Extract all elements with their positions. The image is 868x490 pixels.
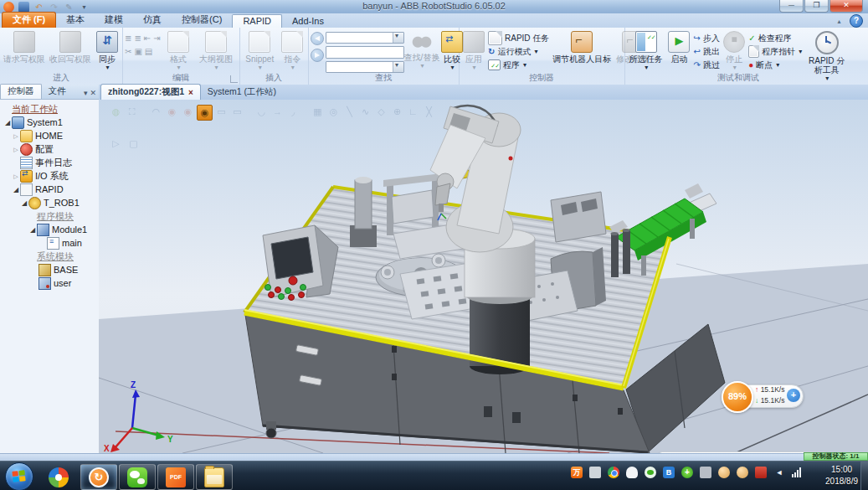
antivirus-shield-icon[interactable]: +: [681, 467, 693, 478]
viewport-tool-icon[interactable]: [109, 105, 123, 119]
show-desktop-button[interactable]: [860, 462, 868, 490]
tray-dot-icon[interactable]: [737, 467, 748, 478]
messenger-tray-icon[interactable]: [645, 467, 656, 478]
net-speed-widget[interactable]: 89% ↑ 15.1K/s ↓ 15.1K/s +: [722, 381, 802, 410]
tree-current-station[interactable]: 当前工作站: [3, 102, 99, 116]
viewport-tool-icon[interactable]: [214, 105, 229, 119]
taskbar-robotstudio[interactable]: [80, 464, 117, 490]
sogou-tray-icon[interactable]: 万: [571, 467, 583, 478]
viewport-stop-icon[interactable]: [126, 137, 141, 151]
taskbar-file-explorer[interactable]: [196, 464, 233, 490]
program-pointer-button[interactable]: 程序指针: [748, 45, 802, 58]
viewport-tool-icon[interactable]: [149, 105, 163, 119]
viewport-tool-icon[interactable]: [358, 105, 372, 119]
scene-3d[interactable]: Z Y X: [99, 100, 868, 453]
step-over-button[interactable]: 跳过: [694, 59, 720, 71]
viewport-tool-icon[interactable]: [374, 105, 388, 119]
dialog-launcher-icon[interactable]: [230, 75, 238, 83]
viewport-tool-active-icon[interactable]: [197, 105, 213, 121]
security-tray-icon[interactable]: [755, 467, 767, 478]
rapid-tasks-button[interactable]: RAPID 任务: [488, 32, 549, 44]
panel-close-icon[interactable]: [90, 89, 96, 97]
rapid-profiler-button[interactable]: RAPID 分析工具: [804, 29, 850, 73]
format-button[interactable]: 格式: [163, 29, 193, 73]
tab-modeling[interactable]: 建模: [95, 13, 133, 28]
program-button[interactable]: 程序: [488, 59, 549, 71]
apply-button[interactable]: 应用: [461, 29, 486, 73]
expander-icon[interactable]: [3, 119, 12, 126]
viewport-tool-icon[interactable]: [270, 105, 285, 119]
viewport-tool-icon[interactable]: [181, 105, 195, 119]
maximize-button[interactable]: [804, 0, 829, 13]
viewport-tool-icon[interactable]: [286, 105, 300, 119]
expander-icon[interactable]: [12, 186, 20, 193]
widget-plus-icon[interactable]: +: [787, 389, 800, 402]
outline-view-button[interactable]: 大纲视图: [195, 29, 237, 73]
panel-tab-controller[interactable]: 控制器: [0, 84, 42, 99]
step-in-button[interactable]: 步入: [694, 32, 720, 44]
tree-item-t-rob1[interactable]: T_ROB1: [3, 196, 99, 209]
lock-tray-icon[interactable]: [700, 467, 711, 478]
tree-item-program-modules[interactable]: 程序模块: [3, 209, 99, 223]
tree-item-io-system[interactable]: I/O 系统: [3, 169, 99, 183]
tree-item-module1[interactable]: Module1: [3, 223, 99, 236]
expander-icon[interactable]: [20, 199, 28, 207]
volume-icon[interactable]: [773, 467, 785, 478]
revoke-write-access-button[interactable]: 收回写权限: [48, 29, 93, 73]
panel-menu-icon[interactable]: [84, 89, 88, 97]
tree-item-system1[interactable]: System1: [3, 116, 99, 129]
tree-item-system-modules[interactable]: 系统模块: [3, 250, 99, 263]
viewport-tool-icon[interactable]: [326, 105, 341, 119]
viewport-tool-icon[interactable]: [254, 105, 269, 119]
expander-icon[interactable]: [28, 226, 37, 234]
check-program-button[interactable]: 检查程序: [748, 32, 802, 44]
doc-tab-view1[interactable]: zhitong0227:视图1 ×: [100, 84, 201, 100]
panel-tab-files[interactable]: 文件: [42, 85, 73, 99]
controller-status-badge[interactable]: 控制器状态: 1/1: [804, 452, 868, 461]
taskbar-sogou-browser[interactable]: [40, 464, 77, 490]
viewport-tool-icon[interactable]: [342, 105, 357, 119]
bluetooth-icon[interactable]: B: [663, 467, 675, 478]
doc-tab-station[interactable]: System1 (工作站): [201, 85, 283, 100]
tree-item-main[interactable]: main: [3, 236, 99, 250]
close-tab-icon[interactable]: ×: [188, 88, 193, 97]
find-what-combobox[interactable]: [326, 32, 404, 44]
replace-with-input[interactable]: [326, 46, 404, 58]
expander-icon[interactable]: [12, 132, 20, 140]
expander-icon[interactable]: [12, 146, 20, 153]
breakpoint-button[interactable]: 断点: [748, 59, 802, 71]
viewport-tool-icon[interactable]: [230, 105, 244, 119]
clipboard-buttons[interactable]: [125, 45, 162, 58]
tree-item-user[interactable]: user: [3, 276, 99, 290]
browser-tray-icon[interactable]: [608, 467, 619, 478]
snippet-button[interactable]: Snippet: [242, 29, 278, 73]
request-write-access-button[interactable]: 请求写权限: [3, 29, 46, 73]
viewport-play-icon[interactable]: [109, 137, 123, 151]
expander-icon[interactable]: [12, 173, 20, 180]
find-scope-combobox[interactable]: [326, 61, 404, 73]
tree-item-event-log[interactable]: 事件日志: [3, 156, 99, 169]
tray-dot-icon[interactable]: [718, 467, 730, 478]
nav-forward-icon[interactable]: [311, 49, 324, 62]
combo-dropdown-icon[interactable]: [393, 62, 403, 72]
viewport-tool-icon[interactable]: [311, 105, 325, 119]
find-replace-button[interactable]: 查找/替换: [406, 29, 438, 73]
viewport-tool-icon[interactable]: [422, 105, 436, 119]
combo-dropdown-icon[interactable]: [393, 33, 403, 43]
viewport-tool-icon[interactable]: [406, 105, 420, 119]
taskbar-wechat[interactable]: [119, 464, 156, 490]
tab-basic[interactable]: 基本: [56, 13, 95, 28]
adjust-robtargets-button[interactable]: 调节机器人目标: [551, 29, 613, 73]
step-out-button[interactable]: 跳出: [694, 45, 720, 58]
selected-tasks-button[interactable]: 所选任务: [627, 29, 665, 73]
start-button[interactable]: [5, 462, 33, 490]
tab-simulation[interactable]: 仿真: [133, 13, 172, 28]
instruction-button[interactable]: 指令: [280, 29, 306, 73]
indent-buttons[interactable]: [125, 32, 162, 44]
synchronize-button[interactable]: 同步: [95, 29, 120, 73]
tree-item-config[interactable]: 配置: [3, 142, 99, 156]
tab-controller[interactable]: 控制器(C): [172, 13, 232, 28]
taskbar-clock[interactable]: 15:00 2018/8/9: [825, 464, 858, 487]
tab-addins[interactable]: Add-Ins: [282, 15, 334, 28]
run-mode-button[interactable]: 运行模式: [488, 45, 549, 58]
